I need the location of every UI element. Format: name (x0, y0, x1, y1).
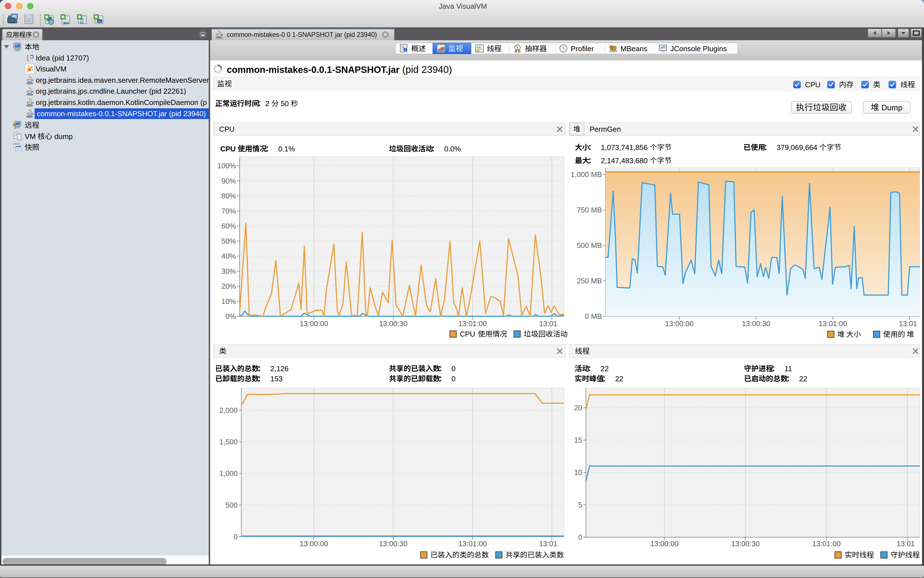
svg-text:500 MB: 500 MB (577, 241, 602, 250)
svg-text:500: 500 (225, 501, 238, 509)
svg-text:30%: 30% (221, 267, 236, 276)
svg-text:13:01: 13:01 (539, 539, 557, 548)
svg-text:250 MB: 250 MB (577, 277, 602, 285)
svg-text:13:00:30: 13:00:30 (742, 320, 770, 328)
svg-text:40%: 40% (221, 252, 236, 260)
svg-text:13:00:30: 13:00:30 (379, 320, 407, 328)
svg-text:90%: 90% (221, 177, 236, 185)
svg-text:1,000 MB: 1,000 MB (571, 170, 602, 179)
svg-text:13:01:00: 13:01:00 (812, 539, 840, 548)
svg-text:13:00:00: 13:00:00 (300, 539, 328, 548)
svg-text:0%: 0% (225, 312, 236, 320)
svg-text:80%: 80% (221, 192, 236, 200)
svg-text:750 MB: 750 MB (577, 206, 602, 214)
svg-text:13:01: 13:01 (539, 320, 557, 328)
svg-text:0: 0 (578, 533, 582, 541)
svg-text:13:01:00: 13:01:00 (458, 320, 486, 328)
svg-text:20%: 20% (221, 282, 236, 291)
svg-text:CPU: CPU (460, 330, 477, 338)
svg-text:2,000: 2,000 (219, 406, 238, 414)
svg-text:13:01: 13:01 (899, 320, 917, 328)
svg-text:13:01: 13:01 (896, 539, 915, 548)
svg-text:13:01:00: 13:01:00 (819, 320, 847, 328)
svg-text:1,000: 1,000 (219, 469, 238, 477)
svg-text:13:00:30: 13:00:30 (379, 539, 407, 548)
svg-text:50%: 50% (221, 237, 236, 245)
svg-text:0: 0 (234, 533, 238, 541)
svg-text:13:00:00: 13:00:00 (665, 320, 693, 328)
svg-text:1,500: 1,500 (219, 438, 238, 446)
svg-text:0 MB: 0 MB (585, 312, 602, 320)
svg-text:10: 10 (574, 468, 582, 477)
svg-text:60%: 60% (221, 222, 236, 230)
svg-text:100%: 100% (217, 162, 236, 170)
svg-text:13:00:00: 13:00:00 (650, 539, 678, 548)
svg-text:20: 20 (574, 404, 582, 412)
svg-text:70%: 70% (221, 207, 236, 215)
svg-text:10%: 10% (221, 297, 236, 305)
svg-text:13:00:30: 13:00:30 (731, 539, 759, 548)
svg-text:13:01:00: 13:01:00 (458, 539, 486, 548)
svg-text:5: 5 (578, 501, 582, 509)
svg-text:15: 15 (574, 436, 582, 444)
svg-text:13:00:00: 13:00:00 (300, 320, 328, 328)
